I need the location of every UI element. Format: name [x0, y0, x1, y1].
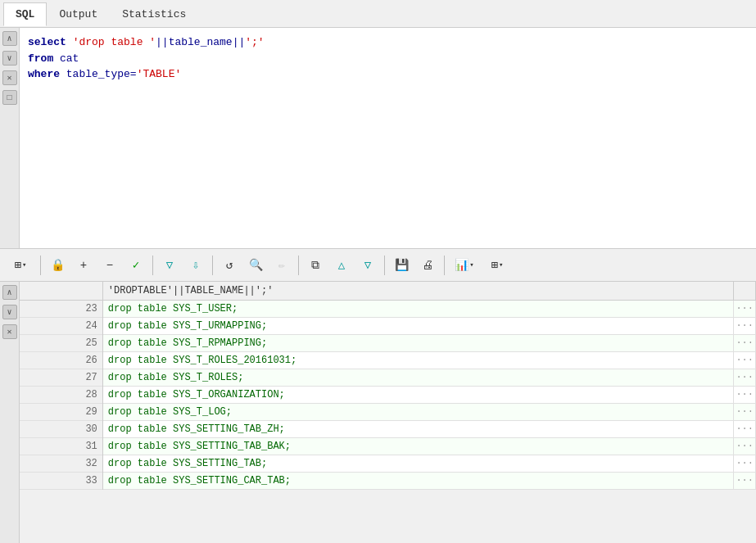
cell-rownum: 31	[20, 438, 102, 455]
lock-button[interactable]: 🔒	[45, 254, 70, 277]
copy-icon: ⧉	[311, 259, 319, 272]
filter-sort-button[interactable]: ⇩	[183, 254, 208, 277]
sep-6	[444, 256, 445, 275]
toolbar: ⊞ ▾ 🔒 + − ✓ ▽ ⇩ ↺ 🔍 ✏	[0, 249, 756, 282]
col-rownum	[20, 282, 102, 301]
results-sidebar: ∧ ∨ ✕	[0, 282, 20, 543]
add-row-button[interactable]: +	[71, 254, 96, 277]
sidebar-extra-btn[interactable]: □	[2, 90, 17, 105]
grid-icon: ⊞	[15, 258, 21, 272]
cell-rownum: 25	[20, 335, 102, 352]
print-icon: 🖨	[422, 259, 433, 272]
cell-more-button[interactable]: ···	[734, 301, 756, 318]
sep-4	[298, 256, 299, 275]
cell-value: drop table SYS_T_RPMAPPING;	[102, 335, 734, 352]
tab-sql[interactable]: SQL	[3, 2, 47, 26]
cell-rownum: 33	[20, 473, 102, 490]
cell-rownum: 29	[20, 404, 102, 421]
grid-view-button[interactable]: ⊞ ▾	[5, 254, 36, 277]
sidebar-collapse-btn[interactable]: ∧	[2, 31, 17, 46]
filter-down-icon: ▽	[166, 258, 173, 272]
nav-up-icon: △	[338, 258, 345, 272]
results-table-wrapper[interactable]: 'DROPTABLE'||TABLE_NAME||';' 23drop tabl…	[20, 282, 756, 543]
tab-output[interactable]: Output	[47, 2, 110, 26]
cell-more-button[interactable]: ···	[734, 421, 756, 438]
pencil-button[interactable]: ✏	[269, 254, 294, 277]
filter-down-button[interactable]: ▽	[157, 254, 182, 277]
table-row: 29drop table SYS_T_LOG;···	[20, 404, 756, 421]
sep-2	[152, 256, 153, 275]
cell-rownum: 24	[20, 318, 102, 335]
cell-more-button[interactable]: ···	[734, 369, 756, 387]
table-row: 23drop table SYS_T_USER;···	[20, 301, 756, 318]
cell-value: drop table SYS_SETTING_TAB;	[102, 455, 734, 473]
pencil-icon: ✏	[278, 258, 285, 272]
cell-rownum: 28	[20, 387, 102, 404]
add-icon: +	[80, 259, 87, 272]
chart-button[interactable]: 📊 ▾	[449, 254, 480, 277]
sidebar-expand-btn[interactable]: ∨	[2, 51, 17, 66]
sidebar-close-btn[interactable]: ✕	[2, 70, 17, 85]
nav-down-button[interactable]: ▽	[355, 254, 380, 277]
tab-statistics[interactable]: Statistics	[110, 2, 198, 26]
bottom-area: ∧ ∨ ✕ 'DROPTABLE'||TABLE_NAME||';' 23dro…	[0, 282, 756, 543]
grid-arrow-icon: ▾	[22, 260, 26, 269]
cell-more-button[interactable]: ···	[734, 335, 756, 352]
col-value: 'DROPTABLE'||TABLE_NAME||';'	[102, 282, 734, 301]
nav-up-button[interactable]: △	[329, 254, 354, 277]
search-icon: 🔍	[249, 258, 263, 272]
main-container: SQL Output Statistics ∧ ∨ ✕ □ select 'dr…	[0, 0, 756, 543]
lock-icon: 🔒	[51, 258, 65, 272]
table-row: 24drop table SYS_T_URMAPPING;···	[20, 318, 756, 335]
results-table: 'DROPTABLE'||TABLE_NAME||';' 23drop tabl…	[20, 282, 756, 490]
results-down-btn[interactable]: ∨	[2, 305, 17, 319]
cell-rownum: 30	[20, 421, 102, 438]
sep-5	[384, 256, 385, 275]
search-button[interactable]: 🔍	[243, 254, 268, 277]
sql-editor: ∧ ∨ ✕ □ select 'drop table '||table_name…	[0, 28, 756, 249]
cell-value: drop table SYS_SETTING_CAR_TAB;	[102, 473, 734, 490]
chart-arrow-icon: ▾	[469, 260, 473, 269]
cell-more-button[interactable]: ···	[734, 387, 756, 404]
cell-rownum: 27	[20, 369, 102, 387]
cell-more-button[interactable]: ···	[734, 318, 756, 335]
print-button[interactable]: 🖨	[415, 254, 440, 277]
table-header-row: 'DROPTABLE'||TABLE_NAME||';'	[20, 282, 756, 301]
cell-value: drop table SYS_T_ORGANIZATION;	[102, 387, 734, 404]
minus-icon: −	[106, 259, 113, 272]
cell-more-button[interactable]: ···	[734, 404, 756, 421]
save-button[interactable]: 💾	[389, 254, 414, 277]
cell-more-button[interactable]: ···	[734, 438, 756, 455]
col-more	[734, 282, 756, 301]
confirm-button[interactable]: ✓	[124, 254, 148, 277]
cell-rownum: 26	[20, 352, 102, 369]
results-close-btn[interactable]: ✕	[2, 324, 17, 339]
table-row: 27drop table SYS_T_ROLES;···	[20, 369, 756, 387]
cell-more-button[interactable]: ···	[734, 473, 756, 490]
grid2-button[interactable]: ⊞ ▾	[482, 254, 513, 277]
sep-1	[40, 256, 41, 275]
remove-row-button[interactable]: −	[97, 254, 122, 277]
cell-more-button[interactable]: ···	[734, 455, 756, 473]
chart-icon: 📊	[455, 258, 469, 272]
refresh-icon: ↺	[226, 258, 233, 272]
cell-more-button[interactable]: ···	[734, 352, 756, 369]
tabs-bar: SQL Output Statistics	[0, 0, 756, 28]
cell-value: drop table SYS_SETTING_TAB_ZH;	[102, 421, 734, 438]
cell-value: drop table SYS_T_LOG;	[102, 404, 734, 421]
editor-text-area[interactable]: select 'drop table '||table_name||';' fr…	[20, 28, 756, 248]
copy-button[interactable]: ⧉	[303, 254, 328, 277]
table-row: 31drop table SYS_SETTING_TAB_BAK;···	[20, 438, 756, 455]
check-icon: ✓	[133, 258, 139, 272]
grid2-icon: ⊞	[491, 258, 498, 272]
table-row: 25drop table SYS_T_RPMAPPING;···	[20, 335, 756, 352]
cell-value: drop table SYS_T_USER;	[102, 301, 734, 318]
table-row: 30drop table SYS_SETTING_TAB_ZH;···	[20, 421, 756, 438]
results-up-btn[interactable]: ∧	[2, 285, 17, 300]
cell-value: drop table SYS_T_URMAPPING;	[102, 318, 734, 335]
table-row: 33drop table SYS_SETTING_CAR_TAB;···	[20, 473, 756, 490]
table-row: 28drop table SYS_T_ORGANIZATION;···	[20, 387, 756, 404]
cell-value: drop table SYS_T_ROLES;	[102, 369, 734, 387]
cell-value: drop table SYS_T_ROLES_20161031;	[102, 352, 734, 369]
refresh-button[interactable]: ↺	[217, 254, 242, 277]
